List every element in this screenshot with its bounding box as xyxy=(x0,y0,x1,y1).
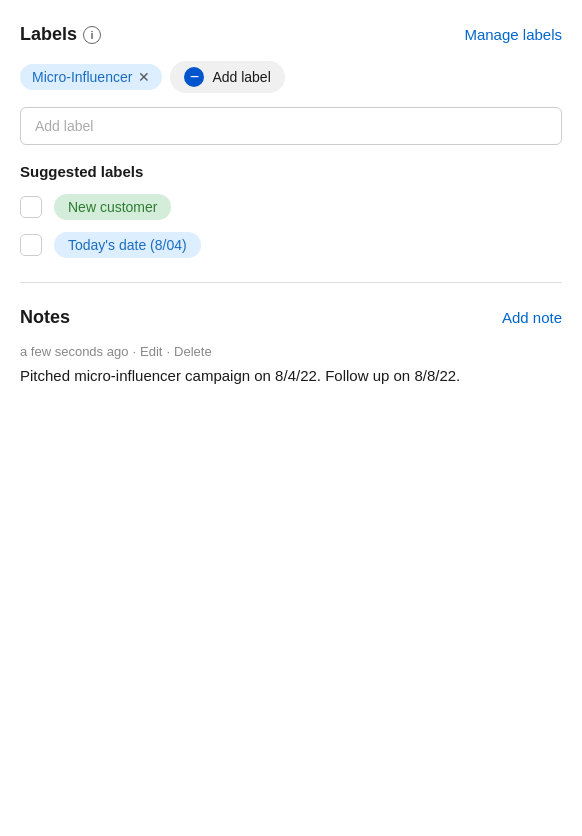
note-body: Pitched micro-influencer campaign on 8/4… xyxy=(20,365,562,388)
note-sep-2: · xyxy=(166,344,170,359)
add-label-input[interactable] xyxy=(20,107,562,145)
note-delete-link[interactable]: Delete xyxy=(174,344,212,359)
labels-title-group: Labels i xyxy=(20,24,101,45)
note-meta: a few seconds ago · Edit · Delete xyxy=(20,344,562,359)
suggested-labels-title: Suggested labels xyxy=(20,163,562,180)
add-label-button[interactable]: − Add label xyxy=(170,61,284,93)
add-note-link[interactable]: Add note xyxy=(502,309,562,326)
new-customer-checkbox[interactable] xyxy=(20,196,42,218)
add-label-minus-icon: − xyxy=(184,67,204,87)
info-icon[interactable]: i xyxy=(83,26,101,44)
add-label-text: Add label xyxy=(212,69,270,85)
tag-label: Micro-Influencer xyxy=(32,69,132,85)
notes-title: Notes xyxy=(20,307,70,328)
suggestion-list: New customer Today's date (8/04) xyxy=(20,194,562,258)
existing-tags-area: Micro-Influencer ✕ − Add label xyxy=(20,61,562,93)
manage-labels-link[interactable]: Manage labels xyxy=(464,26,562,43)
labels-title: Labels xyxy=(20,24,77,45)
suggestion-item-todays-date: Today's date (8/04) xyxy=(20,232,562,258)
note-timestamp: a few seconds ago xyxy=(20,344,128,359)
suggestion-item-new-customer: New customer xyxy=(20,194,562,220)
todays-date-tag[interactable]: Today's date (8/04) xyxy=(54,232,201,258)
new-customer-tag[interactable]: New customer xyxy=(54,194,171,220)
section-divider xyxy=(20,282,562,283)
notes-section: Notes Add note a few seconds ago · Edit … xyxy=(20,307,562,388)
labels-section-header: Labels i Manage labels xyxy=(20,24,562,45)
tag-micro-influencer[interactable]: Micro-Influencer ✕ xyxy=(20,64,162,90)
notes-section-header: Notes Add note xyxy=(20,307,562,328)
tag-remove-icon[interactable]: ✕ xyxy=(138,70,150,84)
note-edit-link[interactable]: Edit xyxy=(140,344,162,359)
todays-date-checkbox[interactable] xyxy=(20,234,42,256)
note-sep-1: · xyxy=(132,344,136,359)
note-item: a few seconds ago · Edit · Delete Pitche… xyxy=(20,344,562,388)
